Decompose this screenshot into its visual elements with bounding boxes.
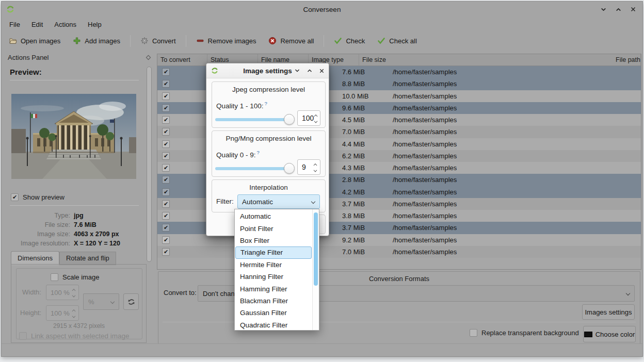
- file-path-cell: /home/faster/samples: [390, 78, 641, 90]
- to-convert-checkbox[interactable]: ✔: [162, 248, 170, 256]
- to-convert-checkbox[interactable]: ✔: [162, 176, 170, 184]
- dropdown-scrollbar[interactable]: [312, 209, 319, 330]
- width-spinbox[interactable]: 100 %: [46, 285, 79, 300]
- filter-option[interactable]: Hermite Filter: [235, 259, 312, 271]
- spin-up-icon[interactable]: [314, 113, 317, 117]
- add-images-button[interactable]: Add images: [67, 33, 126, 48]
- tab[interactable]: Dimensions: [11, 251, 59, 265]
- filter-option[interactable]: Gaussian Filter: [235, 307, 312, 319]
- to-convert-checkbox[interactable]: ✔: [162, 116, 170, 124]
- close-button[interactable]: [629, 5, 637, 13]
- jpeg-quality-spinbox[interactable]: 100: [297, 110, 320, 126]
- to-convert-checkbox[interactable]: ✔: [162, 104, 170, 112]
- to-convert-checkbox[interactable]: ✔: [162, 236, 170, 244]
- info-row: Image size: 4063 x 2709 px: [2, 229, 144, 239]
- png-quality-slider[interactable]: [215, 167, 294, 170]
- help-link[interactable]: ?: [265, 101, 267, 106]
- reset-dimensions-button[interactable]: [123, 293, 139, 310]
- filter-option[interactable]: Quadratic Filter: [235, 319, 312, 331]
- toolbar-separator: [324, 35, 324, 47]
- toolbar-separator: [130, 35, 131, 47]
- jpeg-quality-slider[interactable]: [215, 118, 294, 121]
- remove-images-button[interactable]: Remove images: [190, 33, 262, 48]
- filter-option[interactable]: Point Filter: [235, 222, 312, 234]
- panel-float-icon[interactable]: [146, 55, 151, 60]
- menu-item[interactable]: File: [4, 18, 26, 31]
- toolbar: Open images Add images Convert Remove im…: [3, 31, 423, 50]
- dialog-maximize-button[interactable]: [307, 68, 313, 74]
- to-convert-checkbox[interactable]: ✔: [162, 128, 170, 136]
- file-path-cell: /home/faster/samples: [390, 102, 641, 114]
- to-convert-checkbox[interactable]: ✔: [162, 92, 170, 100]
- filter-option[interactable]: Triangle Filter: [235, 246, 312, 258]
- spin-up-icon[interactable]: [72, 308, 75, 311]
- file-path-cell: /home/faster/samples: [390, 186, 641, 198]
- open-images-button[interactable]: Open images: [3, 33, 66, 48]
- tab[interactable]: Rotate and flip: [59, 252, 116, 265]
- spin-down-icon[interactable]: [314, 168, 317, 171]
- spin-down-icon[interactable]: [314, 119, 317, 122]
- width-value: 100 %: [51, 289, 70, 297]
- to-convert-checkbox[interactable]: ✔: [162, 80, 170, 88]
- filter-option[interactable]: Automatic: [235, 210, 312, 222]
- file-size-cell: 9.2 MiB: [339, 234, 390, 246]
- table-header-cell[interactable]: File path: [613, 54, 641, 65]
- table-header-cell[interactable]: File size: [359, 54, 613, 65]
- checkbox-box[interactable]: ✔: [11, 193, 19, 201]
- png-slider-handle[interactable]: [284, 163, 295, 174]
- file-size-cell: 7.0 MiB: [339, 246, 390, 258]
- images-settings-button[interactable]: Images settings: [582, 304, 635, 320]
- show-preview-checkbox[interactable]: ✔ Show preview: [11, 193, 65, 201]
- jpeg-slider-handle[interactable]: [284, 114, 295, 125]
- filter-option[interactable]: Box Filter: [235, 235, 312, 246]
- to-convert-checkbox[interactable]: ✔: [162, 188, 170, 196]
- choose-color-button[interactable]: Choose color: [583, 326, 636, 342]
- panel-scrollbar[interactable]: [147, 67, 152, 262]
- menu-item[interactable]: Help: [82, 18, 107, 31]
- table-row[interactable]: ✔ 7.0 MiB /home/faster/samples: [157, 246, 641, 258]
- to-convert-checkbox[interactable]: ✔: [162, 212, 170, 220]
- table-header-cell[interactable]: To convert: [157, 54, 207, 65]
- check-button[interactable]: Check: [328, 33, 371, 48]
- to-convert-checkbox[interactable]: ✔: [162, 140, 170, 148]
- dialog-title-bar[interactable]: Image settings: [206, 63, 329, 78]
- checkbox-box[interactable]: [19, 332, 27, 340]
- dialog-close-button[interactable]: [319, 68, 325, 74]
- link-aspect-checkbox[interactable]: Link aspect with selected image: [19, 332, 130, 340]
- png-quality-spinbox[interactable]: 9: [297, 159, 320, 175]
- filter-option[interactable]: Hamming Filter: [235, 283, 312, 294]
- file-size-cell: 4.3 MiB: [339, 162, 390, 174]
- dropdown-scrollbar-thumb[interactable]: [314, 212, 318, 286]
- checkbox-box[interactable]: [470, 329, 477, 337]
- menu-item[interactable]: Actions: [49, 18, 82, 31]
- to-convert-checkbox[interactable]: ✔: [162, 224, 170, 232]
- to-convert-checkbox[interactable]: ✔: [162, 68, 170, 76]
- spin-up-icon[interactable]: [72, 288, 75, 291]
- spin-up-icon[interactable]: [314, 162, 317, 166]
- spin-down-icon[interactable]: [72, 293, 75, 297]
- scale-image-checkbox[interactable]: Scale image: [51, 273, 100, 281]
- height-spinbox[interactable]: 100 %: [46, 305, 79, 321]
- check-all-button[interactable]: Check all: [372, 33, 422, 48]
- menu-item[interactable]: Edit: [26, 18, 49, 31]
- filter-combobox[interactable]: Automatic: [237, 194, 320, 209]
- filter-option[interactable]: Hanning Filter: [235, 271, 312, 283]
- to-convert-checkbox[interactable]: ✔: [162, 164, 170, 172]
- file-path-cell: /home/faster/samples: [390, 162, 641, 174]
- to-convert-checkbox[interactable]: ✔: [162, 200, 170, 208]
- unit-combobox[interactable]: %: [83, 293, 119, 310]
- checkbox-box[interactable]: [51, 273, 58, 281]
- file-size-cell: 8.8 MiB: [339, 78, 390, 90]
- help-link[interactable]: ?: [257, 150, 260, 155]
- filter-option[interactable]: Blackman Filter: [235, 295, 312, 307]
- maximize-button[interactable]: [614, 5, 622, 13]
- title-bar: Converseen: [2, 2, 642, 17]
- spin-down-icon[interactable]: [72, 314, 75, 317]
- toolbar-button-label: Check: [346, 37, 365, 45]
- remove-all-button[interactable]: Remove all: [263, 33, 319, 48]
- dialog-minimize-button[interactable]: [294, 68, 300, 74]
- convert-button[interactable]: Convert: [135, 33, 182, 48]
- to-convert-checkbox[interactable]: ✔: [162, 152, 170, 160]
- minimize-button[interactable]: [599, 5, 607, 13]
- replace-bg-checkbox[interactable]: Replace transparent background: [470, 329, 579, 337]
